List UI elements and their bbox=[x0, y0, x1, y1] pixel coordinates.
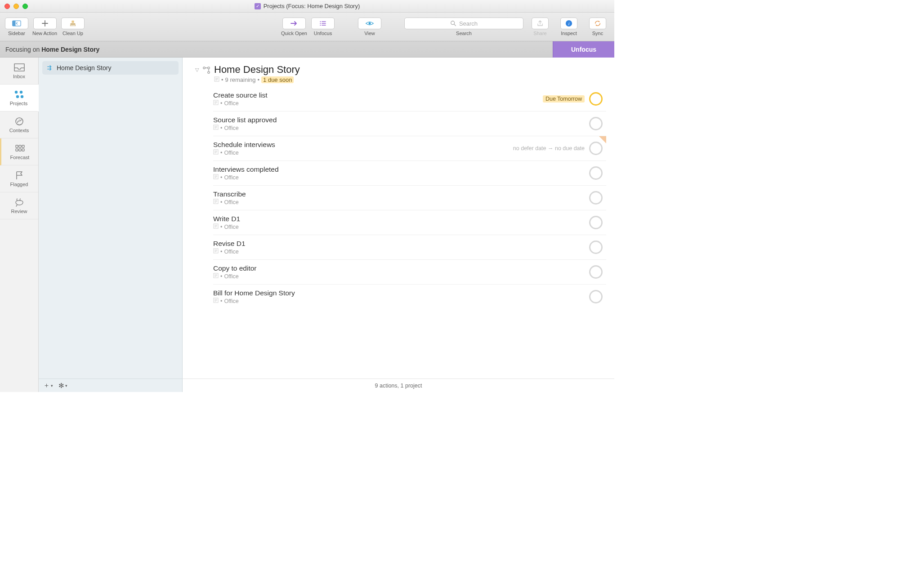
task-row[interactable]: Bill for Home Design Story • Office bbox=[213, 285, 606, 309]
task-context: Office bbox=[224, 174, 238, 181]
task-row[interactable]: Create source list • OfficeDue Tomorrow bbox=[213, 87, 606, 111]
status-circle[interactable] bbox=[589, 265, 603, 279]
flagged-icon bbox=[13, 170, 25, 180]
task-right bbox=[589, 166, 603, 180]
new-action-label: New Action bbox=[32, 31, 57, 36]
task-context: Office bbox=[224, 150, 238, 156]
rail-inbox-label: Inbox bbox=[13, 74, 25, 79]
note-icon[interactable] bbox=[213, 223, 219, 230]
new-action-button[interactable]: New Action bbox=[32, 18, 57, 36]
note-icon[interactable] bbox=[213, 174, 219, 181]
svg-rect-16 bbox=[16, 149, 18, 151]
disclosure-icon[interactable]: ▽ bbox=[195, 67, 199, 73]
rail-flagged[interactable]: Flagged bbox=[0, 165, 38, 192]
task-context: Office bbox=[224, 224, 238, 230]
view-button[interactable]: View bbox=[358, 18, 382, 36]
status-circle[interactable] bbox=[589, 216, 603, 229]
hierarchy-icon bbox=[202, 66, 210, 76]
status-circle[interactable] bbox=[589, 117, 603, 130]
toolbar: Sidebar New Action Clean Up Quick Open U… bbox=[0, 13, 614, 41]
gear-menu[interactable]: ✻▾ bbox=[58, 382, 67, 390]
note-icon[interactable] bbox=[213, 248, 219, 255]
content-footer: 9 actions, 1 project bbox=[183, 379, 614, 392]
task-row[interactable]: Write D1 • Office bbox=[213, 210, 606, 235]
task-subtitle: • Office bbox=[213, 125, 589, 131]
status-circle[interactable] bbox=[589, 241, 603, 254]
task-context: Office bbox=[224, 249, 238, 255]
share-button[interactable]: Share bbox=[528, 18, 552, 36]
rail-inbox[interactable]: Inbox bbox=[0, 58, 38, 85]
task-main: Copy to editor • Office bbox=[213, 264, 589, 280]
status-circle[interactable] bbox=[589, 290, 603, 303]
note-icon[interactable] bbox=[213, 100, 219, 107]
rail-review[interactable]: Review bbox=[0, 192, 38, 219]
zoom-window-button[interactable] bbox=[22, 4, 28, 9]
share-label: Share bbox=[533, 31, 546, 36]
sync-button[interactable]: Sync bbox=[586, 18, 610, 36]
task-title: Revise D1 bbox=[213, 240, 589, 248]
inspect-button[interactable]: i Inspect bbox=[557, 18, 581, 36]
defer-text: no defer date → no due date bbox=[513, 145, 585, 151]
task-right bbox=[589, 265, 603, 279]
content-header: ▽ Home Design Story • 9 remaining • 1 du… bbox=[183, 58, 614, 87]
task-row[interactable]: Schedule interviews • Officeno defer dat… bbox=[213, 136, 606, 161]
forecast-icon bbox=[14, 143, 26, 153]
unfocus-toolbar-label: Unfocus bbox=[314, 31, 332, 36]
status-circle[interactable] bbox=[589, 191, 603, 205]
svg-rect-14 bbox=[19, 145, 21, 147]
svg-rect-15 bbox=[22, 145, 24, 147]
search-icon bbox=[450, 20, 456, 27]
clean-up-button[interactable]: Clean Up bbox=[61, 18, 85, 36]
rail-projects-label: Projects bbox=[10, 101, 28, 106]
task-title: Schedule interviews bbox=[213, 141, 513, 149]
note-icon[interactable] bbox=[213, 149, 219, 156]
task-right: Due Tomorrow bbox=[543, 92, 603, 106]
task-row[interactable]: Source list approved • Office bbox=[213, 111, 606, 136]
svg-point-19 bbox=[203, 67, 205, 69]
flag-corner-icon bbox=[599, 136, 606, 143]
task-row[interactable]: Interviews completed • Office bbox=[213, 161, 606, 186]
focus-bar: Focusing on Home Design Story Unfocus bbox=[0, 41, 614, 58]
task-subtitle: • Office bbox=[213, 100, 543, 107]
due-tag: Due Tomorrow bbox=[543, 95, 585, 102]
sidebar-footer: ＋▾ ✻▾ bbox=[39, 379, 182, 392]
add-menu[interactable]: ＋▾ bbox=[43, 381, 53, 390]
task-title: Write D1 bbox=[213, 215, 589, 223]
task-context: Office bbox=[224, 100, 238, 107]
note-icon[interactable] bbox=[213, 199, 219, 205]
minimize-window-button[interactable] bbox=[13, 4, 19, 9]
rail-forecast[interactable]: Forecast bbox=[0, 138, 38, 165]
unfocus-button[interactable]: Unfocus bbox=[553, 41, 614, 58]
status-circle[interactable] bbox=[589, 166, 603, 180]
task-context: Office bbox=[224, 199, 238, 205]
task-list: Create source list • OfficeDue TomorrowS… bbox=[183, 87, 614, 309]
unfocus-toolbar-button[interactable]: Unfocus bbox=[311, 18, 335, 36]
rail-flagged-label: Flagged bbox=[10, 182, 28, 187]
task-main: Transcribe • Office bbox=[213, 190, 589, 205]
inspect-label: Inspect bbox=[561, 31, 577, 36]
rail-forecast-label: Forecast bbox=[10, 155, 30, 160]
sidebar-project-name: Home Design Story bbox=[57, 64, 111, 71]
task-row[interactable]: Copy to editor • Office bbox=[213, 260, 606, 285]
rail-projects[interactable]: Projects bbox=[0, 85, 39, 111]
svg-rect-3 bbox=[71, 23, 76, 25]
task-title: Copy to editor bbox=[213, 264, 589, 272]
task-row[interactable]: Revise D1 • Office bbox=[213, 235, 606, 260]
remaining-count: 9 remaining bbox=[225, 76, 256, 83]
quick-open-button[interactable]: Quick Open bbox=[281, 18, 307, 36]
sidebar-button[interactable]: Sidebar bbox=[4, 18, 29, 36]
clean-up-label: Clean Up bbox=[63, 31, 83, 36]
rail-contexts[interactable]: Contexts bbox=[0, 111, 38, 138]
note-icon[interactable] bbox=[213, 125, 219, 131]
status-circle[interactable] bbox=[589, 92, 603, 106]
sidebar-project-row[interactable]: Home Design Story bbox=[42, 61, 179, 75]
status-circle[interactable] bbox=[589, 142, 603, 155]
search-input[interactable]: Search bbox=[404, 18, 523, 29]
note-icon[interactable] bbox=[213, 273, 219, 280]
close-window-button[interactable] bbox=[4, 4, 10, 9]
note-icon[interactable] bbox=[214, 76, 219, 83]
note-icon[interactable] bbox=[213, 298, 219, 304]
svg-point-8 bbox=[14, 91, 17, 94]
svg-rect-17 bbox=[19, 149, 21, 151]
task-row[interactable]: Transcribe • Office bbox=[213, 186, 606, 210]
